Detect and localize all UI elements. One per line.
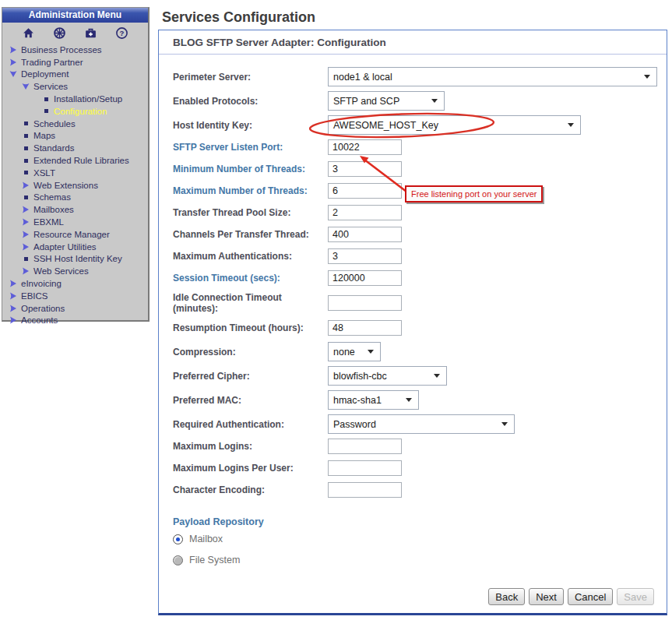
form-row-resumption-timeout: Resumption Timeout (hours):48 xyxy=(173,320,667,336)
sidebar-title: Administration Menu xyxy=(2,8,148,23)
chevron-down-icon xyxy=(434,374,440,378)
arrow-down-icon xyxy=(21,83,30,90)
form-row-idle-connection-timeout: Idle Connection Timeout (minutes): xyxy=(173,292,667,314)
bullet-icon xyxy=(21,256,30,262)
character-encoding-input[interactable] xyxy=(328,482,402,498)
sidebar-item-adapter-utilities[interactable]: Adapter Utilities xyxy=(2,241,148,253)
host-identity-key-select[interactable]: AWESOME_HOST_Key xyxy=(328,115,581,135)
sidebar-item-ssh-host-identity-key[interactable]: SSH Host Identity Key xyxy=(2,253,148,266)
transfer-thread-pool-size-input[interactable]: 2 xyxy=(328,205,402,220)
compression-select[interactable]: none xyxy=(328,342,381,361)
form-row-maximum-authentications: Maximum Authentications:3 xyxy=(173,248,667,264)
arrow-right-icon xyxy=(21,231,30,238)
arrow-right-icon xyxy=(21,267,30,275)
form-row-maximum-logins-per-user: Maximum Logins Per User: xyxy=(173,460,667,476)
session-timeout-input[interactable]: 120000 xyxy=(328,270,402,286)
payload-option-file-system[interactable]: File System xyxy=(173,551,667,569)
sidebar-item-label: Trading Partner xyxy=(21,58,83,67)
form-row-preferred-cipher: Preferred Cipher:blowfish-cbc xyxy=(173,366,667,386)
back-button[interactable]: Back xyxy=(488,588,525,605)
chevron-down-icon xyxy=(431,99,438,103)
compression-label: Compression: xyxy=(173,347,328,358)
required-authentication-select[interactable]: Password xyxy=(328,414,515,434)
preferred-mac-label: Preferred MAC: xyxy=(173,395,328,406)
arrow-right-icon xyxy=(9,280,18,287)
sidebar-item-business-processes[interactable]: Business Processes xyxy=(2,44,148,56)
form-row-sftp-server-listen-port: SFTP Server Listen Port:10022 xyxy=(173,139,667,155)
sidebar-item-maps[interactable]: Maps xyxy=(2,130,148,143)
sftp-server-listen-port-input[interactable]: 10022 xyxy=(328,139,402,155)
sidebar-item-services[interactable]: Services xyxy=(2,80,148,93)
bullet-icon xyxy=(21,170,30,175)
enabled-protocols-select[interactable]: SFTP and SCP xyxy=(328,91,445,111)
sidebar-item-resource-manager[interactable]: Resource Manager xyxy=(2,228,148,241)
form-row-maximum-logins: Maximum Logins: xyxy=(173,439,667,454)
sidebar-item-einvoicing[interactable]: eInvoicing xyxy=(2,277,148,290)
sidebar-item-label: Resource Manager xyxy=(33,230,110,239)
preferred-cipher-select[interactable]: blowfish-cbc xyxy=(328,366,447,386)
form-row-character-encoding: Character Encoding: xyxy=(173,482,667,498)
sidebar-item-installation-setup[interactable]: Installation/Setup xyxy=(2,93,148,105)
radio-button[interactable] xyxy=(173,555,183,565)
sidebar-item-ebxml[interactable]: EBXML xyxy=(2,216,148,228)
sidebar-item-operations[interactable]: Operations xyxy=(2,302,148,315)
chevron-down-icon xyxy=(501,422,508,426)
idle-connection-timeout-input[interactable] xyxy=(328,295,402,311)
minimum-number-of-threads-input[interactable]: 3 xyxy=(328,161,402,177)
sidebar-item-label: Deployment xyxy=(21,69,69,79)
sidebar-item-schemas[interactable]: Schemas xyxy=(2,192,148,204)
wheel-icon[interactable] xyxy=(53,26,66,40)
host-identity-key-value: AWESOME_HOST_Key xyxy=(333,120,438,131)
sidebar-item-ebics[interactable]: EBICS xyxy=(2,290,148,302)
sidebar-item-label: Services xyxy=(33,82,68,91)
perimeter-server-select[interactable]: node1 & local xyxy=(328,67,657,86)
arrow-right-icon xyxy=(21,243,30,251)
sidebar-item-web-services[interactable]: Web Services xyxy=(2,265,148,277)
radio-label: File System xyxy=(189,555,240,565)
cancel-button[interactable]: Cancel xyxy=(568,588,613,605)
maximum-number-of-threads-label: Maximum Number of Threads: xyxy=(173,185,328,196)
sidebar-item-mailboxes[interactable]: Mailboxes xyxy=(2,203,148,216)
sidebar-item-web-extensions[interactable]: Web Extensions xyxy=(2,179,148,192)
arrow-right-icon xyxy=(21,181,30,189)
sidebar-item-extended-rule-libraries[interactable]: Extended Rule Libraries xyxy=(2,154,148,167)
preferred-cipher-label: Preferred Cipher: xyxy=(173,371,328,382)
payload-section: Payload Repository MailboxFile System xyxy=(159,516,667,569)
perimeter-server-value: node1 & local xyxy=(333,72,392,83)
sidebar-item-standards[interactable]: Standards xyxy=(2,142,148,154)
host-identity-key-label: Host Identity Key: xyxy=(173,120,328,131)
sidebar-item-deployment[interactable]: Deployment xyxy=(2,69,148,81)
sidebar-item-configuration[interactable]: Configuration xyxy=(2,105,148,118)
arrow-right-icon xyxy=(9,46,18,54)
sidebar-item-schedules[interactable]: Schedules xyxy=(2,118,148,130)
form-row-transfer-thread-pool-size: Transfer Thread Pool Size:2 xyxy=(173,205,667,220)
form-row-host-identity-key: Host Identity Key:AWESOME_HOST_Key xyxy=(173,115,667,135)
maximum-logins-input[interactable] xyxy=(328,439,402,454)
toolbox-icon[interactable] xyxy=(84,26,97,40)
preferred-mac-select[interactable]: hmac-sha1 xyxy=(328,390,419,410)
maximum-number-of-threads-input[interactable]: 6 xyxy=(328,183,402,199)
sidebar-item-xslt[interactable]: XSLT xyxy=(2,167,148,179)
required-authentication-value: Password xyxy=(333,419,376,430)
sidebar-item-label: Extended Rule Libraries xyxy=(33,156,129,165)
transfer-thread-pool-size-label: Transfer Thread Pool Size: xyxy=(173,207,328,218)
sidebar-item-accounts[interactable]: Accounts xyxy=(2,315,148,327)
home-icon[interactable] xyxy=(22,26,35,40)
form-row-session-timeout: Session Timeout (secs):120000 xyxy=(173,270,667,286)
radio-button-selected[interactable] xyxy=(173,534,183,544)
resumption-timeout-input[interactable]: 48 xyxy=(328,320,402,336)
sidebar-item-label: Web Services xyxy=(33,266,89,276)
maximum-authentications-input[interactable]: 3 xyxy=(328,248,402,264)
help-icon[interactable]: ? xyxy=(115,26,128,40)
sidebar-item-trading-partner[interactable]: Trading Partner xyxy=(2,56,148,69)
maximum-logins-per-user-input[interactable] xyxy=(328,460,402,476)
sidebar-item-label: Mailboxes xyxy=(33,205,74,214)
channels-per-transfer-thread-input[interactable]: 400 xyxy=(328,227,402,242)
administration-menu-sidebar: Administration Menu ? Business Processes… xyxy=(2,7,150,322)
payload-radio-group: MailboxFile System xyxy=(173,530,667,569)
form-row-preferred-mac: Preferred MAC:hmac-sha1 xyxy=(173,390,667,410)
idle-connection-timeout-label: Idle Connection Timeout (minutes): xyxy=(173,292,328,314)
next-button[interactable]: Next xyxy=(529,588,564,605)
sidebar-item-label: Configuration xyxy=(54,107,107,116)
payload-option-mailbox[interactable]: Mailbox xyxy=(173,530,667,548)
